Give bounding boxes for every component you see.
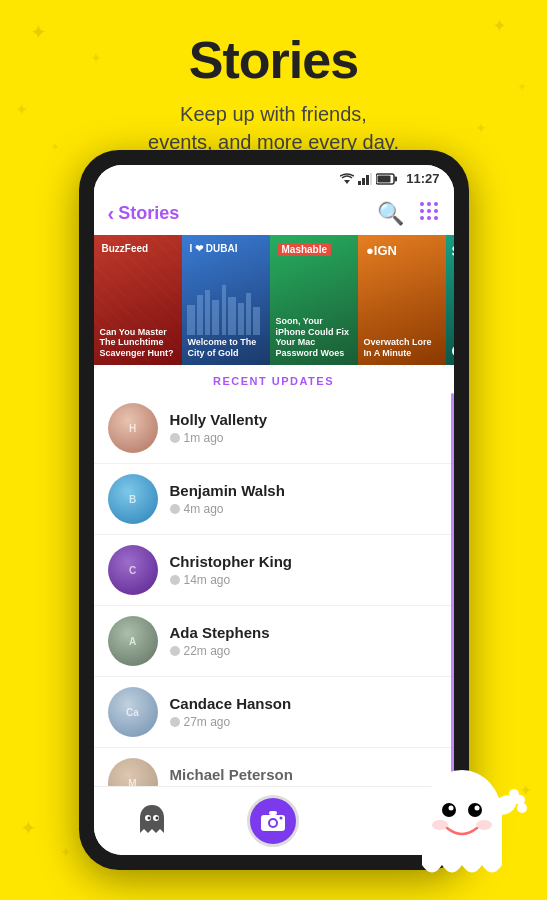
update-name: Michael Peterson bbox=[170, 766, 440, 783]
avatar-michael: M bbox=[108, 758, 158, 786]
svg-rect-24 bbox=[246, 293, 251, 335]
time-dot-icon bbox=[170, 575, 180, 585]
story-card-more[interactable]: S O bbox=[446, 235, 454, 365]
avatar-holly: H bbox=[108, 403, 158, 453]
ghost-icon-button[interactable] bbox=[130, 799, 174, 843]
ign-title: Overwatch Lore In A Minute bbox=[364, 337, 440, 359]
time-text: 27m ago bbox=[184, 715, 231, 729]
update-time: 1m ago bbox=[170, 431, 440, 445]
svg-point-15 bbox=[427, 216, 431, 220]
time-text: 14m ago bbox=[184, 573, 231, 587]
camera-icon bbox=[260, 810, 286, 832]
mashable-brand: Mashable bbox=[278, 243, 332, 256]
story-card-buzzfeed[interactable]: BuzzFeed Can You Master The Lunchtime Sc… bbox=[94, 235, 182, 365]
svg-rect-34 bbox=[269, 811, 277, 815]
svg-point-43 bbox=[476, 820, 492, 830]
update-time: 14m ago bbox=[170, 573, 440, 587]
update-time: 27m ago bbox=[170, 715, 440, 729]
svg-rect-6 bbox=[395, 176, 398, 181]
svg-rect-2 bbox=[362, 178, 365, 185]
svg-point-35 bbox=[280, 817, 283, 820]
svg-point-41 bbox=[475, 806, 480, 811]
list-item[interactable]: A Ada Stephens 22m ago bbox=[94, 606, 454, 677]
story-card-mashable[interactable]: Mashable Soon, Your iPhone Could Fix You… bbox=[270, 235, 358, 365]
phone-frame: 11:27 ‹ Stories 🔍 bbox=[79, 150, 469, 870]
signal-icon bbox=[358, 173, 372, 185]
list-item[interactable]: B Benjamin Walsh 4m ago bbox=[94, 464, 454, 535]
scroll-indicator bbox=[451, 393, 454, 786]
update-time: 22m ago bbox=[170, 644, 440, 658]
camera-button[interactable] bbox=[247, 795, 299, 847]
svg-rect-20 bbox=[212, 300, 219, 335]
update-info-michael: Michael Peterson 35m ago bbox=[170, 766, 440, 786]
update-name: Holly Vallenty bbox=[170, 411, 440, 428]
page-title: Stories bbox=[0, 30, 547, 90]
update-name: Candace Hanson bbox=[170, 695, 440, 712]
buzzfeed-brand: BuzzFeed bbox=[102, 243, 149, 254]
stories-scroll[interactable]: BuzzFeed Can You Master The Lunchtime Sc… bbox=[94, 235, 454, 365]
svg-marker-0 bbox=[344, 180, 350, 184]
update-info-candace: Candace Hanson 27m ago bbox=[170, 695, 440, 729]
svg-point-44 bbox=[490, 791, 520, 819]
phone-screen: 11:27 ‹ Stories 🔍 bbox=[94, 165, 454, 855]
list-item[interactable]: M Michael Peterson 35m ago bbox=[94, 748, 454, 786]
back-chevron-icon: ‹ bbox=[108, 202, 115, 225]
update-name: Benjamin Walsh bbox=[170, 482, 440, 499]
status-time: 11:27 bbox=[406, 171, 439, 186]
status-icons: 11:27 bbox=[340, 171, 439, 186]
svg-point-33 bbox=[270, 820, 276, 826]
update-time: 4m ago bbox=[170, 502, 440, 516]
svg-point-9 bbox=[427, 202, 431, 206]
battery-icon bbox=[376, 173, 398, 185]
more-brand: S bbox=[452, 243, 454, 259]
svg-rect-4 bbox=[370, 173, 372, 185]
update-name: Ada Stephens bbox=[170, 624, 440, 641]
svg-point-30 bbox=[156, 817, 159, 820]
svg-rect-21 bbox=[222, 285, 226, 335]
svg-rect-25 bbox=[253, 307, 260, 335]
time-text: 22m ago bbox=[184, 644, 231, 658]
svg-point-13 bbox=[434, 209, 438, 213]
ghost-icon bbox=[136, 803, 168, 839]
list-item[interactable]: H Holly Vallenty 1m ago bbox=[94, 393, 454, 464]
grid-icon[interactable] bbox=[418, 200, 440, 227]
list-item[interactable]: Ca Candace Hanson 27m ago bbox=[94, 677, 454, 748]
svg-point-8 bbox=[420, 202, 424, 206]
svg-rect-18 bbox=[197, 295, 203, 335]
story-card-ign[interactable]: ●IGN Overwatch Lore In A Minute bbox=[358, 235, 446, 365]
avatar-ada: A bbox=[108, 616, 158, 666]
search-icon[interactable]: 🔍 bbox=[377, 201, 404, 227]
svg-point-11 bbox=[420, 209, 424, 213]
svg-point-12 bbox=[427, 209, 431, 213]
update-info-benjamin: Benjamin Walsh 4m ago bbox=[170, 482, 440, 516]
svg-point-39 bbox=[468, 803, 482, 817]
svg-rect-19 bbox=[205, 290, 210, 335]
avatar-christopher: C bbox=[108, 545, 158, 595]
list-item[interactable]: C Christopher King 14m ago bbox=[94, 535, 454, 606]
nav-back-button[interactable]: ‹ Stories bbox=[108, 202, 180, 225]
time-dot-icon bbox=[170, 433, 180, 443]
svg-point-45 bbox=[509, 789, 519, 799]
svg-rect-17 bbox=[187, 305, 195, 335]
svg-point-14 bbox=[420, 216, 424, 220]
svg-point-46 bbox=[515, 795, 525, 805]
ign-logo: ●IGN bbox=[366, 243, 406, 257]
time-dot-icon bbox=[170, 504, 180, 514]
wifi-icon bbox=[340, 173, 354, 185]
avatar-candace: Ca bbox=[108, 687, 158, 737]
ign-brand: ●IGN bbox=[366, 243, 406, 259]
dubai-brand: I ❤ DUBAI bbox=[190, 243, 238, 254]
svg-point-16 bbox=[434, 216, 438, 220]
avatar-benjamin: B bbox=[108, 474, 158, 524]
story-card-dubai[interactable]: I ❤ DUBAI Welcome to The C bbox=[182, 235, 270, 365]
time-dot-icon bbox=[170, 717, 180, 727]
time-text: 4m ago bbox=[184, 502, 224, 516]
updates-list[interactable]: H Holly Vallenty 1m ago B Benjamin Walsh bbox=[94, 393, 454, 786]
svg-text:●IGN: ●IGN bbox=[366, 243, 397, 257]
svg-rect-22 bbox=[228, 297, 236, 335]
recent-updates-header: RECENT UPDATES bbox=[94, 365, 454, 393]
time-text: 1m ago bbox=[184, 431, 224, 445]
nav-title: Stories bbox=[118, 203, 179, 224]
page-header: Stories Keep up with friends,events, and… bbox=[0, 0, 547, 156]
nav-bar: ‹ Stories 🔍 bbox=[94, 192, 454, 235]
